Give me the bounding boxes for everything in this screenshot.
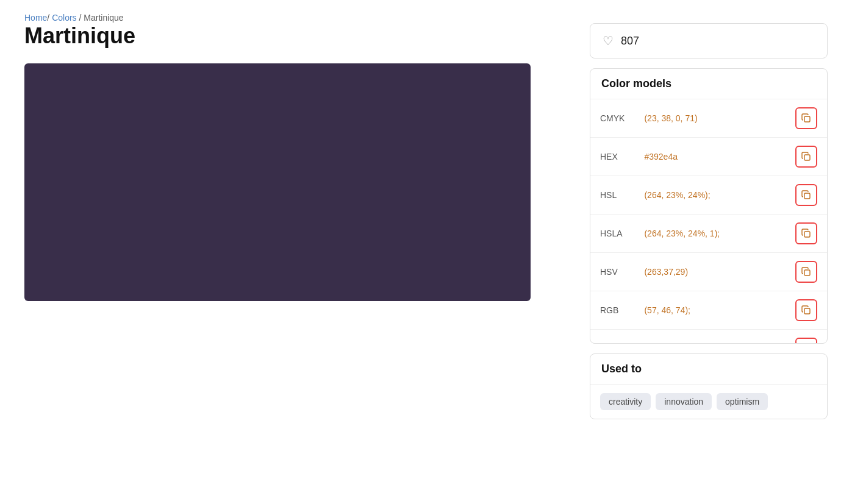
copy-button-hsv[interactable] [795, 261, 817, 283]
right-panel: ♡ 807 Color models CMYK (23, 38, 0, 71) [590, 23, 828, 419]
model-value: (263,37,29) [634, 253, 786, 291]
copy-button-hsl[interactable] [795, 184, 817, 206]
copy-cell [786, 330, 827, 344]
used-to-tags: creativityinnovationoptimism [590, 385, 827, 419]
color-swatch [24, 63, 531, 301]
table-row: RGB (57, 46, 74); [590, 291, 827, 330]
model-name: HSL [590, 176, 634, 215]
model-value: (57, 46, 74); [634, 291, 786, 330]
model-value: #392e4a [634, 138, 786, 176]
color-models-table: CMYK (23, 38, 0, 71) HEX #392e4a [590, 99, 827, 343]
copy-cell [786, 215, 827, 253]
copy-button-cmyk[interactable] [795, 107, 817, 129]
copy-cell [786, 291, 827, 330]
model-value: (264, 23%, 24%, 1); [634, 215, 786, 253]
copy-button-hsla[interactable] [795, 222, 817, 244]
table-row: HEX #392e4a [590, 138, 827, 176]
svg-rect-5 [804, 308, 810, 314]
table-row: HSLA (264, 23%, 24%, 1); [590, 215, 827, 253]
svg-rect-0 [804, 116, 810, 122]
copy-cell [786, 138, 827, 176]
copy-cell [786, 253, 827, 291]
model-value: (57, 46, 74, 1) [634, 330, 786, 344]
copy-button-rgb[interactable] [795, 299, 817, 321]
model-name: RGBA [590, 330, 634, 344]
table-row: RGBA (57, 46, 74, 1) [590, 330, 827, 344]
model-name: HSV [590, 253, 634, 291]
copy-button-hex[interactable] [795, 146, 817, 168]
likes-count: 807 [621, 35, 639, 48]
model-value: (264, 23%, 24%); [634, 176, 786, 215]
model-name: HSLA [590, 215, 634, 253]
copy-cell [786, 176, 827, 215]
breadcrumb-home[interactable]: Home [24, 13, 47, 23]
copy-button-rgba[interactable] [795, 338, 817, 343]
svg-rect-3 [804, 232, 810, 237]
color-models-scroll[interactable]: CMYK (23, 38, 0, 71) HEX #392e4a [590, 99, 827, 343]
breadcrumb-colors[interactable]: Colors [52, 13, 76, 23]
copy-cell [786, 99, 827, 138]
table-row: HSV (263,37,29) [590, 253, 827, 291]
model-value: (23, 38, 0, 71) [634, 99, 786, 138]
table-row: HSL (264, 23%, 24%); [590, 176, 827, 215]
used-to-tag[interactable]: optimism [717, 393, 768, 410]
used-to-tag[interactable]: creativity [600, 393, 651, 410]
used-to-card: Used to creativityinnovationoptimism [590, 353, 828, 419]
svg-rect-1 [804, 155, 810, 160]
model-name: HEX [590, 138, 634, 176]
color-models-heading: Color models [590, 69, 827, 99]
used-to-heading: Used to [590, 354, 827, 385]
left-panel: Martinique [24, 23, 565, 301]
heart-icon: ♡ [603, 34, 614, 48]
model-name: CMYK [590, 99, 634, 138]
likes-box: ♡ 807 [590, 23, 828, 59]
breadcrumb: Home/ Colors / Martinique [24, 12, 828, 23]
table-row: CMYK (23, 38, 0, 71) [590, 99, 827, 138]
model-name: RGB [590, 291, 634, 330]
page-title: Martinique [24, 23, 565, 49]
used-to-tag[interactable]: innovation [656, 393, 712, 410]
svg-rect-2 [804, 193, 810, 199]
color-models-card: Color models CMYK (23, 38, 0, 71) HEX #3… [590, 68, 828, 344]
breadcrumb-current: Martinique [84, 13, 123, 23]
svg-rect-4 [804, 270, 810, 275]
